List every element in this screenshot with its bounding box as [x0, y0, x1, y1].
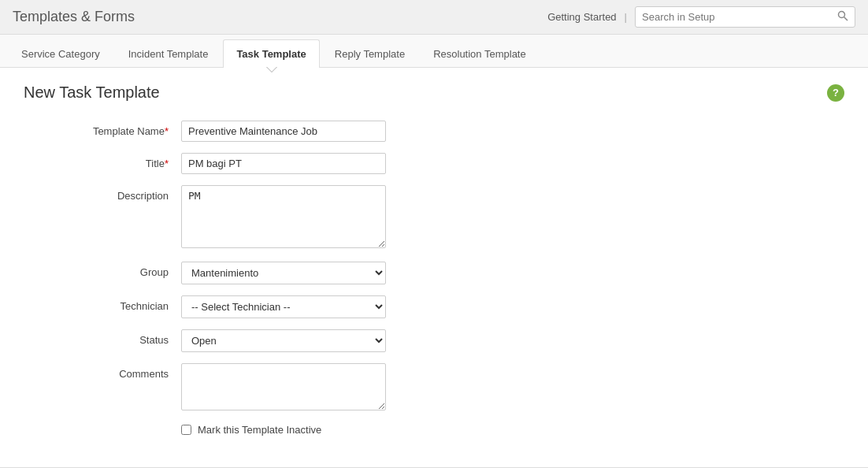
required-marker: *: [165, 158, 169, 169]
status-select[interactable]: Open Closed On Hold: [181, 329, 386, 352]
svg-point-0: [839, 12, 845, 18]
technician-field: -- Select Technician --: [181, 295, 386, 318]
separator: |: [625, 11, 627, 23]
tabs-bar: Service Category Incident Template Task …: [0, 35, 868, 68]
getting-started-link[interactable]: Getting Started: [547, 11, 616, 23]
tab-task-template[interactable]: Task Template: [223, 39, 319, 68]
title-label: Title*: [24, 153, 181, 169]
main-content: New Task Template ? Template Name* Title…: [0, 68, 868, 467]
group-select[interactable]: Mantenimiento: [181, 262, 386, 284]
title-field: [181, 153, 386, 174]
comments-field: [181, 363, 386, 413]
description-textarea[interactable]: PM: [181, 185, 386, 248]
description-row: Description PM: [24, 185, 844, 251]
top-bar: Templates & Forms Getting Started |: [0, 0, 868, 35]
tab-service-category[interactable]: Service Category: [8, 39, 113, 68]
description-field: PM: [181, 185, 386, 251]
comments-textarea[interactable]: [181, 363, 386, 410]
search-box: [635, 6, 855, 28]
top-bar-right: Getting Started |: [547, 6, 855, 28]
inactive-checkbox-label: Mark this Template Inactive: [198, 424, 321, 436]
technician-label: Technician: [24, 295, 181, 312]
template-name-input[interactable]: [181, 121, 386, 142]
template-name-field: [181, 121, 386, 142]
search-input[interactable]: [642, 11, 837, 23]
app-title: Templates & Forms: [13, 9, 135, 25]
tab-reply-template[interactable]: Reply Template: [321, 39, 418, 68]
template-name-label: Template Name*: [24, 121, 181, 137]
technician-select[interactable]: -- Select Technician --: [181, 295, 386, 318]
group-row: Group Mantenimiento: [24, 262, 844, 284]
inactive-checkbox-row: Mark this Template Inactive: [181, 424, 844, 436]
description-label: Description: [24, 185, 181, 202]
search-icon: [837, 10, 848, 24]
page-title: New Task Template: [24, 84, 160, 102]
status-label: Status: [24, 329, 181, 346]
comments-label: Comments: [24, 363, 181, 380]
group-label: Group: [24, 262, 181, 278]
tab-resolution-template[interactable]: Resolution Template: [420, 39, 540, 68]
page-header: New Task Template ?: [24, 84, 844, 102]
template-name-row: Template Name*: [24, 121, 844, 142]
comments-row: Comments: [24, 363, 844, 413]
tab-incident-template[interactable]: Incident Template: [115, 39, 222, 68]
help-icon[interactable]: ?: [827, 84, 844, 102]
title-input[interactable]: [181, 153, 386, 174]
technician-row: Technician -- Select Technician --: [24, 295, 844, 318]
title-row: Title*: [24, 153, 844, 174]
status-row: Status Open Closed On Hold: [24, 329, 844, 352]
status-field: Open Closed On Hold: [181, 329, 386, 352]
required-marker: *: [165, 125, 169, 137]
form: Template Name* Title* Description PM Gro…: [24, 121, 844, 413]
inactive-checkbox[interactable]: [181, 425, 191, 435]
svg-line-1: [844, 17, 848, 21]
group-field: Mantenimiento: [181, 262, 386, 284]
